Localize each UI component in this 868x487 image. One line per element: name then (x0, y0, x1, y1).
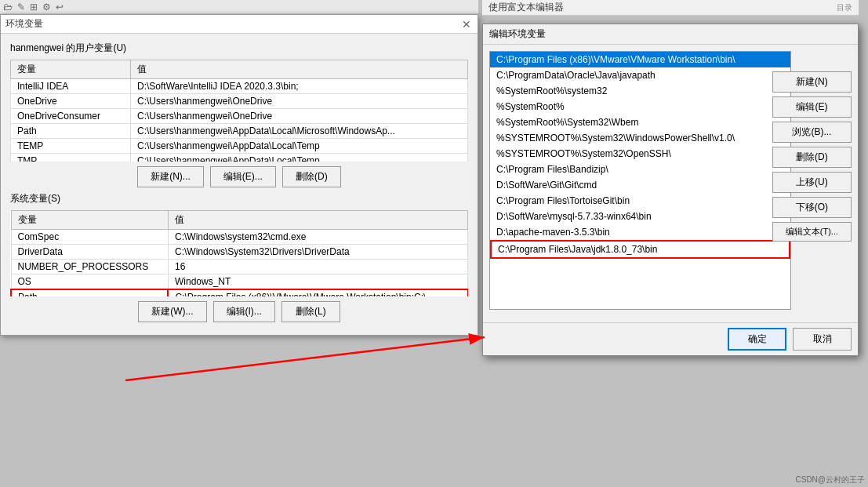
user-edit-btn[interactable]: 编辑(E)... (210, 166, 276, 187)
env-dialog-title: 环境变量 (5, 17, 43, 31)
sys-var-value: Windows_NT (168, 274, 467, 290)
sys-table-container: 变量 值 ComSpecC:\Windows\system32\cmd.exeD… (10, 210, 468, 296)
path-list-item[interactable]: C:\Program Files\TortoiseGit\bin (490, 193, 790, 209)
user-var-value: C:\Users\hanmengwei\AppData\Local\Temp (131, 154, 468, 162)
path-list-item[interactable]: %SystemRoot%\system32 (490, 83, 790, 99)
sys-var-name: DriverData (11, 245, 168, 260)
toolbar-hint-text: 使用富文本编辑器 (488, 1, 564, 14)
sys-delete-btn[interactable]: 删除(L) (281, 301, 340, 322)
sys-var-value: C:\Program Files (x86)\VMware\VMware Wor… (168, 289, 467, 296)
path-list[interactable]: C:\Program Files (x86)\VMware\VMware Wor… (489, 51, 791, 310)
env-dialog-content: hanmengwei 的用户变量(U) 变量 值 IntelliJ IDEAD:… (1, 34, 478, 335)
user-table-row[interactable]: OneDriveC:\Users\hanmengwei\OneDrive (11, 94, 468, 109)
user-table-row[interactable]: IntelliJ IDEAD:\SoftWare\IntelliJ IDEA 2… (11, 79, 468, 94)
user-var-value: C:\Users\hanmengwei\OneDrive (131, 109, 468, 124)
user-col-val: 值 (131, 60, 468, 79)
path-down-btn[interactable]: 下移(O) (772, 197, 852, 218)
path-edittext-btn[interactable]: 编辑文本(T)... (772, 222, 852, 242)
user-var-name: IntelliJ IDEA (11, 79, 131, 94)
env-dialog-titlebar: 环境变量 ✕ (1, 15, 478, 34)
path-list-item[interactable]: %SYSTEMROOT%\System32\OpenSSH\ (490, 146, 790, 162)
path-delete-btn[interactable]: 删除(D) (772, 147, 852, 168)
sys-buttons-row: 新建(W)... 编辑(I)... 删除(L) (10, 301, 468, 322)
user-section-label: hanmengwei 的用户变量(U) (10, 42, 468, 55)
user-var-name: OneDrive (11, 94, 131, 109)
path-list-item[interactable]: D:\SoftWare\mysql-5.7.33-winx64\bin (490, 209, 790, 224)
sys-table-row[interactable]: DriverDataC:\Windows\System32\Drivers\Dr… (11, 245, 468, 260)
user-var-name: Path (11, 124, 131, 139)
sys-var-value: C:\Windows\System32\Drivers\DriverData (168, 245, 467, 260)
path-browse-btn[interactable]: 浏览(B)... (772, 122, 852, 143)
user-var-name: TMP (11, 154, 131, 162)
sys-edit-btn[interactable]: 编辑(I)... (213, 301, 275, 322)
toolbar-icon: 🗁 (3, 2, 13, 13)
path-up-btn[interactable]: 上移(U) (772, 172, 852, 193)
env-variables-dialog: 环境变量 ✕ hanmengwei 的用户变量(U) 变量 值 IntelliJ… (0, 14, 478, 336)
path-list-item[interactable]: C:\Program Files\Bandizip\ (490, 162, 790, 177)
sys-table-row[interactable]: NUMBER_OF_PROCESSORS16 (11, 260, 468, 274)
sys-var-name: NUMBER_OF_PROCESSORS (11, 260, 168, 274)
sys-col-var: 变量 (11, 211, 168, 230)
path-list-item[interactable]: %SystemRoot% (490, 99, 790, 114)
user-var-value: C:\Users\hanmengwei\AppData\Local\Temp (131, 139, 468, 154)
user-buttons-row: 新建(N)... 编辑(E)... 删除(D) (10, 166, 468, 187)
toolbar-hint-area: 使用富文本编辑器 目录 (482, 0, 859, 16)
sys-table-row[interactable]: ComSpecC:\Windows\system32\cmd.exe (11, 230, 468, 245)
sys-table-row[interactable]: PathC:\Program Files (x86)\VMware\VMware… (11, 289, 468, 296)
user-delete-btn[interactable]: 删除(D) (282, 166, 341, 187)
toolbar-icon5: ↩ (56, 2, 64, 13)
user-table-container: 变量 值 IntelliJ IDEAD:\SoftWare\IntelliJ I… (10, 60, 468, 162)
edit-confirm-btn[interactable]: 确定 (728, 328, 786, 351)
env-dialog-close[interactable]: ✕ (460, 18, 473, 31)
user-new-btn[interactable]: 新建(N)... (137, 166, 204, 187)
path-list-item[interactable]: %SystemRoot%\System32\Wbem (490, 114, 790, 130)
path-edit-btn[interactable]: 编辑(E) (772, 96, 852, 118)
sys-section-label: 系统变量(S) (10, 192, 468, 205)
path-new-btn[interactable]: 新建(N) (772, 71, 852, 93)
user-table-row[interactable]: TEMPC:\Users\hanmengwei\AppData\Local\Te… (11, 139, 468, 154)
sys-table-row[interactable]: OSWindows_NT (11, 274, 468, 290)
user-var-name: OneDriveConsumer (11, 109, 131, 124)
path-list-item[interactable]: D:\apache-maven-3.5.3\bin (490, 224, 790, 240)
user-var-value: C:\Users\hanmengwei\OneDrive (131, 94, 468, 109)
top-toolbar: 🗁 ✎ ⊞ ⚙ ↩ (0, 0, 478, 14)
user-table-row[interactable]: OneDriveConsumerC:\Users\hanmengwei\OneD… (11, 109, 468, 124)
sys-variables-table: 变量 值 ComSpecC:\Windows\system32\cmd.exeD… (10, 210, 468, 296)
edit-bottom-buttons: 确定 取消 (483, 322, 858, 355)
toolbar-icon3: ⊞ (30, 2, 38, 13)
sys-var-value: C:\Windows\system32\cmd.exe (168, 230, 467, 245)
user-table-row[interactable]: PathC:\Users\hanmengwei\AppData\Local\Mi… (11, 124, 468, 139)
user-var-value: C:\Users\hanmengwei\AppData\Local\Micros… (131, 124, 468, 139)
toc-label: 目录 (837, 2, 852, 13)
path-list-item[interactable]: C:\ProgramData\Oracle\Java\javapath (490, 67, 790, 83)
sys-col-val: 值 (168, 211, 467, 230)
user-variables-table: 变量 值 IntelliJ IDEAD:\SoftWare\IntelliJ I… (10, 60, 468, 162)
edit-dialog-title: 编辑环境变量 (489, 27, 546, 41)
edit-right-buttons: 新建(N) 编辑(E) 浏览(B)... 删除(D) 上移(U) 下移(O) 编… (772, 71, 852, 242)
sys-new-btn[interactable]: 新建(W)... (138, 301, 206, 322)
sys-var-name: ComSpec (11, 230, 168, 245)
user-col-var: 变量 (11, 60, 131, 79)
user-var-name: TEMP (11, 139, 131, 154)
edit-cancel-btn[interactable]: 取消 (793, 328, 852, 351)
toolbar-icon2: ✎ (17, 2, 25, 13)
sys-var-value: 16 (168, 260, 467, 274)
path-list-item[interactable]: C:\Program Files (x86)\VMware\VMware Wor… (490, 52, 790, 67)
watermark-text: CSDN@云村的王子 (796, 474, 866, 485)
edit-env-dialog: 编辑环境变量 C:\Program Files (x86)\VMware\VMw… (482, 24, 859, 356)
edit-dialog-titlebar: 编辑环境变量 (483, 24, 858, 45)
sys-var-name: OS (11, 274, 168, 290)
path-list-item[interactable]: %SYSTEMROOT%\System32\WindowsPowerShell\… (490, 130, 790, 146)
svg-line-1 (125, 337, 485, 380)
user-table-row[interactable]: TMPC:\Users\hanmengwei\AppData\Local\Tem… (11, 154, 468, 162)
toolbar-icon4: ⚙ (42, 2, 51, 13)
edit-dialog-body: C:\Program Files (x86)\VMware\VMware Wor… (483, 45, 858, 322)
sys-var-name: Path (11, 289, 168, 296)
path-list-item[interactable]: D:\SoftWare\Git\Git\cmd (490, 177, 790, 193)
path-list-item[interactable]: C:\Program Files\Java\jdk1.8.0_73\bin (490, 240, 790, 259)
user-var-value: D:\SoftWare\IntelliJ IDEA 2020.3.3\bin; (131, 79, 468, 94)
